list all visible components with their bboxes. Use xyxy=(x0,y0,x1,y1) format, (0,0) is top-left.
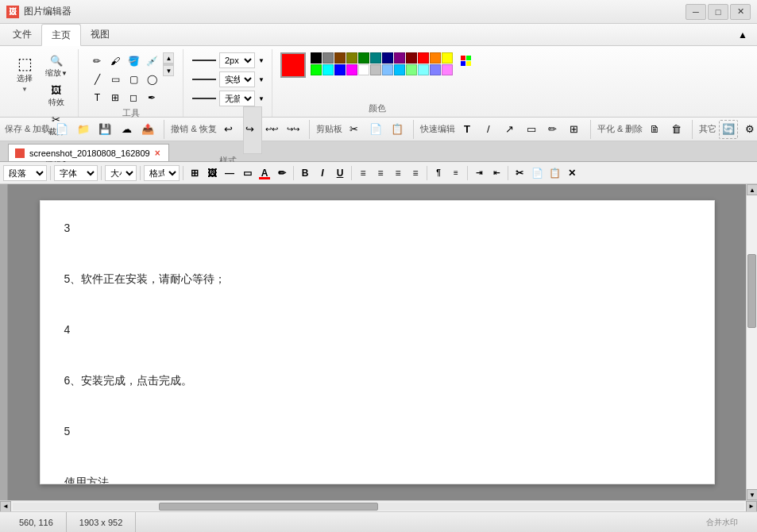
brush-tool[interactable]: 🖌 xyxy=(106,52,124,70)
effect-button[interactable]: 🖼 特效 xyxy=(41,82,71,110)
align-right-btn[interactable]: ≡ xyxy=(390,165,406,181)
menu-item-home[interactable]: 主页 xyxy=(41,24,81,46)
rect-quick-btn[interactable]: ▭ xyxy=(522,120,541,139)
color-lime[interactable] xyxy=(311,64,322,75)
maximize-button[interactable]: □ xyxy=(708,4,728,20)
open-btn[interactable]: 📁 xyxy=(74,120,93,139)
color-teal[interactable] xyxy=(370,52,381,64)
redo-btn[interactable]: ↪ xyxy=(241,120,260,139)
close-format-btn[interactable]: ✕ xyxy=(564,165,580,181)
paste-btn[interactable]: 📋 xyxy=(388,120,407,139)
arrow-style-select[interactable]: 无箭头单箭头双箭头 xyxy=(219,91,255,106)
rect-tool[interactable]: ▭ xyxy=(106,71,124,88)
document-tab[interactable]: screenshot_20180808_162809 × xyxy=(8,144,169,161)
paste-format-btn[interactable]: 📋 xyxy=(547,165,562,181)
share-btn[interactable]: 📤 xyxy=(138,120,157,139)
copy-btn[interactable]: 📄 xyxy=(366,120,385,139)
flatten-btn[interactable]: 🗎 xyxy=(645,120,664,139)
color-magenta[interactable] xyxy=(346,64,357,75)
menu-item-view[interactable]: 视图 xyxy=(81,24,119,45)
format-select[interactable]: 格式 xyxy=(144,165,180,181)
tab-close-btn[interactable]: × xyxy=(155,148,160,159)
box-btn[interactable]: ▭ xyxy=(239,165,255,181)
text-document[interactable]: 3 5、软件正在安装，请耐心等待； 4 6、安装完成，点击完成。 5 使用方法 … xyxy=(40,200,715,484)
italic-btn[interactable]: I xyxy=(315,165,330,181)
scroll-left-btn[interactable]: ◄ xyxy=(0,501,11,512)
arrow-quick-btn[interactable]: ↗ xyxy=(500,120,519,139)
color-ltcyan[interactable] xyxy=(418,64,429,75)
fill-tool[interactable]: 🪣 xyxy=(125,52,142,70)
roundrect-tool[interactable]: ▢ xyxy=(125,71,142,88)
image-btn[interactable]: 🖼 xyxy=(204,165,220,181)
zoom-button[interactable]: 🔍 缩放▼ xyxy=(41,52,71,81)
color-blue[interactable] xyxy=(334,64,346,75)
erase-tool[interactable]: ◻ xyxy=(125,89,142,106)
pencil-btn[interactable]: ✏ xyxy=(274,165,290,181)
tools-scroll-up[interactable]: ▲ xyxy=(163,52,174,64)
main-color-swatch[interactable] xyxy=(280,52,306,78)
color-sky[interactable] xyxy=(394,64,405,75)
select-button[interactable]: ⬚ 选择 ▼ xyxy=(10,52,40,96)
bold-btn[interactable]: B xyxy=(297,165,313,181)
scroll-thumb-h[interactable] xyxy=(159,503,378,511)
color-pink[interactable] xyxy=(442,64,453,75)
color-more-btn[interactable] xyxy=(458,52,474,69)
delete-btn[interactable]: 🗑 xyxy=(666,120,686,139)
color-cyan[interactable] xyxy=(322,64,334,75)
copy-format-btn[interactable]: 📄 xyxy=(529,165,545,181)
align-center-btn[interactable]: ≡ xyxy=(373,165,388,181)
undo-all-btn[interactable]: ↩↩ xyxy=(262,120,281,139)
color-lavender[interactable] xyxy=(430,64,441,75)
size-select[interactable]: 大小 xyxy=(105,165,137,181)
brush-quick-btn[interactable]: ✏ xyxy=(543,120,562,139)
scissors-btn[interactable]: ✂ xyxy=(512,165,527,181)
hline-btn[interactable]: — xyxy=(222,165,238,181)
save-btn[interactable]: 💾 xyxy=(95,120,114,139)
scroll-up-btn[interactable]: ▲ xyxy=(747,184,757,195)
text-quick-btn[interactable]: T xyxy=(458,120,477,139)
fontcolor-btn[interactable]: A xyxy=(257,165,272,181)
new-btn[interactable]: 📄 xyxy=(52,120,71,139)
color-green[interactable] xyxy=(358,52,369,64)
paragraph-select[interactable]: 段落 xyxy=(3,165,47,181)
eyedrop-tool[interactable]: 💉 xyxy=(143,52,160,70)
close-button[interactable]: ✕ xyxy=(730,4,751,20)
menu-item-file[interactable]: 文件 xyxy=(3,24,41,45)
settings-btn[interactable]: ⚙ xyxy=(740,120,757,139)
color-olive[interactable] xyxy=(346,52,357,64)
font-select[interactable]: 字体 xyxy=(54,165,98,181)
ellipse-tool[interactable]: ◯ xyxy=(143,71,160,88)
scroll-right-btn[interactable]: ► xyxy=(746,501,757,512)
color-brown[interactable] xyxy=(334,52,346,64)
unordered-list-btn[interactable]: ≡ xyxy=(448,165,464,181)
color-black[interactable] xyxy=(311,52,322,64)
line-style-select[interactable]: 实线虚线点线 xyxy=(219,71,255,87)
align-left-btn[interactable]: ≡ xyxy=(355,165,371,181)
color-ltgreen[interactable] xyxy=(406,64,417,75)
line-tool[interactable]: ╱ xyxy=(88,71,106,88)
color-darkgray[interactable] xyxy=(322,52,334,64)
minimize-button[interactable]: ─ xyxy=(686,4,706,20)
color-red[interactable] xyxy=(418,52,429,64)
color-ltblue[interactable] xyxy=(382,64,393,75)
cut-btn[interactable]: ✂ xyxy=(345,120,364,139)
outdent-btn[interactable]: ⇤ xyxy=(489,165,504,181)
indent-btn[interactable]: ⇥ xyxy=(471,165,487,181)
underline-btn[interactable]: U xyxy=(332,165,348,181)
color-purple[interactable] xyxy=(394,52,405,64)
color-ltgray[interactable] xyxy=(370,64,381,75)
mosaic-tool[interactable]: ⊞ xyxy=(106,89,124,106)
pen-tool[interactable]: ✒ xyxy=(143,89,160,106)
color-navy[interactable] xyxy=(382,52,393,64)
linespacing-btn[interactable]: ¶ xyxy=(431,165,446,181)
text-tool[interactable]: T xyxy=(88,89,106,106)
undo-btn[interactable]: ↩ xyxy=(219,120,238,139)
justify-btn[interactable]: ≡ xyxy=(407,165,423,181)
mosaic-quick-btn[interactable]: ⊞ xyxy=(565,120,584,139)
color-white[interactable] xyxy=(358,64,369,75)
color-maroon[interactable] xyxy=(406,52,417,64)
upload-btn[interactable]: ☁ xyxy=(117,120,136,139)
menu-expand-btn[interactable]: ▲ xyxy=(732,24,754,45)
color-yellow[interactable] xyxy=(442,52,453,64)
refresh-btn[interactable]: 🔄 xyxy=(719,120,738,139)
